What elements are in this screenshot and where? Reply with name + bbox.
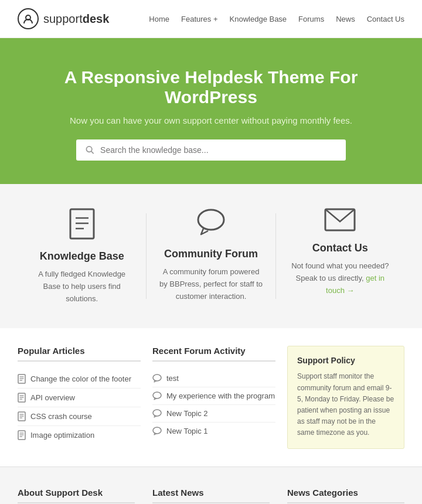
- about-title: About Support Desk: [18, 488, 135, 503]
- feature-kb-title: Knowledge Base: [29, 250, 134, 263]
- doc-icon: [18, 374, 26, 384]
- chat-bubble-icon: [152, 409, 162, 418]
- search-bar: [76, 139, 346, 161]
- site-header: supportdesk Home Features + Knowledge Ba…: [0, 0, 422, 38]
- support-policy-box: Support Policy Support staff monitor the…: [287, 346, 404, 448]
- doc-icon: [18, 393, 26, 403]
- list-item[interactable]: Change the color of the footer: [18, 370, 141, 389]
- nav-forums[interactable]: Forums: [298, 15, 324, 23]
- about-section: About Support Desk Support Desk is a res…: [18, 488, 135, 504]
- search-input[interactable]: [100, 145, 336, 155]
- forum-activity-title: Recent Forum Activity: [152, 346, 275, 362]
- hero-subheading: Now you can have your own support center…: [18, 115, 404, 125]
- chat-bubble-icon: [152, 391, 162, 400]
- contact-icon: [288, 207, 393, 234]
- main-content: Popular Articles Change the color of the…: [0, 328, 422, 466]
- main-nav: Home Features + Knowledge Base Forums Ne…: [149, 15, 404, 23]
- svg-line-2: [91, 151, 93, 153]
- latest-news-section: Latest News Take The Hardwork Out Of Sup…: [152, 488, 270, 504]
- community-forum-icon: [158, 207, 263, 240]
- hero-heading: A Responsive Helpdesk Theme For WordPres…: [18, 67, 404, 107]
- footer-content: About Support Desk Support Desk is a res…: [0, 466, 422, 504]
- list-item[interactable]: test: [152, 370, 275, 387]
- logo-icon: [18, 8, 39, 29]
- feature-contact: Contact Us Not found what you needed? Sp…: [276, 207, 404, 305]
- features-section: Knowledge Base A fully fledged Knowledge…: [0, 184, 422, 328]
- news-categories-section: News Categories Announcements How-To Str…: [287, 488, 404, 504]
- chat-bubble-icon: [152, 374, 162, 383]
- feature-contact-desc: Not found what you needed? Speak to us d…: [288, 260, 393, 297]
- list-item[interactable]: New Topic 1: [152, 423, 275, 440]
- popular-articles-section: Popular Articles Change the color of the…: [18, 346, 141, 448]
- svg-point-27: [153, 410, 161, 416]
- chat-bubble-icon: [152, 427, 162, 435]
- support-policy-section: Support Policy Support staff monitor the…: [287, 346, 404, 448]
- article-list: Change the color of the footer API overv…: [18, 370, 141, 444]
- svg-point-7: [198, 210, 224, 230]
- svg-point-25: [153, 374, 161, 381]
- popular-articles-title: Popular Articles: [18, 346, 141, 362]
- hero-section: A Responsive Helpdesk Theme For WordPres…: [0, 38, 422, 184]
- support-policy-title: Support Policy: [297, 356, 394, 365]
- forum-list: test My experience with the program New …: [152, 370, 275, 440]
- nav-features[interactable]: Features +: [181, 15, 218, 23]
- news-categories-title: News Categories: [287, 488, 404, 503]
- feature-forum-desc: A community forum powered by BBPress, pe…: [158, 266, 263, 302]
- logo-text: supportdesk: [43, 12, 109, 26]
- nav-news[interactable]: News: [336, 15, 355, 23]
- nav-home[interactable]: Home: [149, 15, 169, 23]
- list-item[interactable]: Image optimization: [18, 426, 141, 444]
- feature-knowledge-base: Knowledge Base A fully fledged Knowledge…: [18, 207, 146, 305]
- logo[interactable]: supportdesk: [18, 8, 109, 29]
- list-item[interactable]: My experience with the program: [152, 387, 275, 405]
- svg-point-26: [153, 392, 161, 399]
- support-policy-text: Support staff monitor the community foru…: [297, 371, 394, 438]
- feature-forum: Community Forum A community forum powere…: [147, 207, 275, 305]
- doc-icon: [18, 430, 26, 440]
- knowledge-base-icon: [29, 207, 134, 242]
- feature-contact-title: Contact Us: [288, 242, 393, 254]
- list-item[interactable]: New Topic 2: [152, 405, 275, 423]
- doc-icon: [18, 411, 26, 421]
- list-item[interactable]: API overview: [18, 389, 141, 407]
- nav-knowledge-base[interactable]: Knowledge Base: [230, 15, 287, 23]
- feature-kb-desc: A fully fledged Knowledge Base to help u…: [29, 268, 134, 305]
- svg-point-28: [153, 427, 161, 434]
- feature-forum-title: Community Forum: [158, 248, 263, 260]
- nav-contact[interactable]: Contact Us: [367, 15, 404, 23]
- latest-news-title: Latest News: [152, 488, 270, 503]
- list-item[interactable]: CSS crash course: [18, 407, 141, 426]
- search-icon: [86, 145, 94, 155]
- forum-activity-section: Recent Forum Activity test My experience…: [152, 346, 275, 448]
